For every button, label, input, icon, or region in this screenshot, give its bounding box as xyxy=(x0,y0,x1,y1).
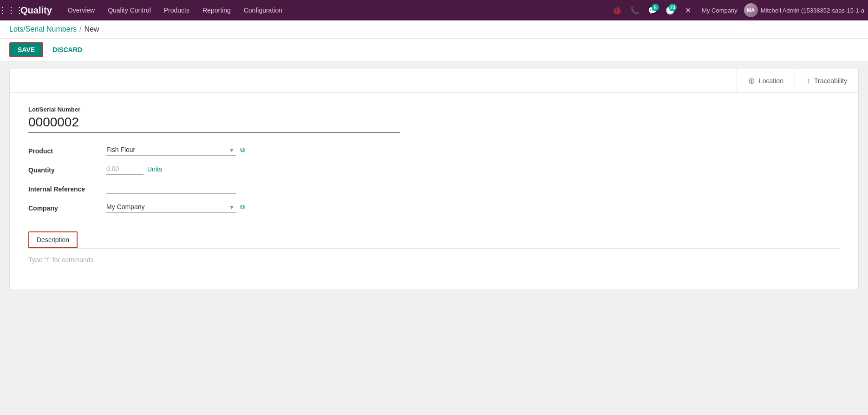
breadcrumb-parent[interactable]: Lots/Serial Numbers xyxy=(9,25,77,33)
app-grid-icon[interactable]: ⋮⋮⋮ xyxy=(4,3,19,18)
company-select-wrap: My Company ▼ xyxy=(106,201,236,213)
messages-badge: 5 xyxy=(652,4,659,11)
debug-icon[interactable]: 🐞 xyxy=(610,3,625,18)
traceability-smart-button[interactable]: ↑ Traceability xyxy=(795,69,858,92)
top-navigation: ⋮⋮⋮ Quality Overview Quality Control Pro… xyxy=(0,0,868,20)
form-toolbar: SAVE DISCARD xyxy=(0,39,868,61)
description-placeholder[interactable]: Type "/" for commands xyxy=(28,249,840,271)
internal-ref-field-value xyxy=(106,182,400,194)
smart-buttons-row: ⊕ Location ↑ Traceability xyxy=(10,69,858,93)
description-tab[interactable]: Description xyxy=(28,231,78,248)
quantity-label: Quantity xyxy=(28,163,103,175)
lot-serial-field-group: Lot/Serial Number 0000002 xyxy=(28,106,840,133)
messages-icon[interactable]: 💬 5 xyxy=(645,3,660,18)
main-content: ⊕ Location ↑ Traceability Lot/Serial Num… xyxy=(0,61,868,411)
lot-serial-label: Lot/Serial Number xyxy=(28,106,840,113)
product-external-link-icon[interactable]: ⧉ xyxy=(240,146,245,154)
menu-products[interactable]: Products xyxy=(157,0,196,20)
form-card: ⊕ Location ↑ Traceability Lot/Serial Num… xyxy=(9,69,859,290)
form-body: Lot/Serial Number 0000002 Product Fish F… xyxy=(10,93,858,231)
quantity-field-value: Units xyxy=(106,163,400,175)
company-field-value: My Company ▼ ⧉ xyxy=(106,201,400,213)
breadcrumb: Lots/Serial Numbers / New xyxy=(0,20,868,39)
company-external-link-icon[interactable]: ⧉ xyxy=(240,203,245,211)
activities-icon[interactable]: 🕐 23 xyxy=(663,3,678,18)
discard-button[interactable]: DISCARD xyxy=(49,43,86,56)
product-label: Product xyxy=(28,144,103,156)
company-select[interactable]: My Company xyxy=(106,201,236,213)
menu-overview[interactable]: Overview xyxy=(61,0,101,20)
traceability-label: Traceability xyxy=(814,77,847,85)
user-name[interactable]: Mitchell Admin (15338352-saas-15-1-a xyxy=(761,7,864,14)
internal-ref-label: Internal Reference xyxy=(28,182,103,194)
location-move-icon: ⊕ xyxy=(748,76,755,86)
lot-serial-value[interactable]: 0000002 xyxy=(28,115,400,133)
quantity-input[interactable] xyxy=(106,163,144,175)
product-select-wrap: Fish Flour ▼ xyxy=(106,144,236,156)
user-avatar[interactable]: MA xyxy=(744,3,758,17)
product-field-value: Fish Flour ▼ ⧉ xyxy=(106,144,400,156)
quantity-unit[interactable]: Units xyxy=(147,165,162,173)
activities-badge: 23 xyxy=(669,4,677,11)
breadcrumb-separator: / xyxy=(79,25,81,33)
menu-reporting[interactable]: Reporting xyxy=(196,0,237,20)
save-button[interactable]: SAVE xyxy=(9,42,43,57)
phone-icon[interactable]: 📞 xyxy=(627,3,642,18)
menu-quality-control[interactable]: Quality Control xyxy=(101,0,157,20)
menu-configuration[interactable]: Configuration xyxy=(237,0,289,20)
topnav-right-section: 🐞 📞 💬 5 🕐 23 ✕ My Company MA Mitchell Ad… xyxy=(610,3,864,18)
breadcrumb-current: New xyxy=(84,25,99,33)
description-tab-section: Description Type "/" for commands xyxy=(10,231,858,290)
top-menu: Overview Quality Control Products Report… xyxy=(61,0,610,20)
internal-ref-input[interactable] xyxy=(106,182,236,194)
product-select[interactable]: Fish Flour xyxy=(106,144,236,156)
company-label: Company xyxy=(28,201,103,213)
location-smart-button[interactable]: ⊕ Location xyxy=(737,69,795,92)
company-selector[interactable]: My Company xyxy=(698,7,741,14)
traceability-arrow-icon: ↑ xyxy=(806,76,810,86)
app-brand: Quality xyxy=(20,5,52,16)
form-fields: Product Fish Flour ▼ ⧉ Quantity Units xyxy=(28,144,400,213)
location-label: Location xyxy=(759,77,783,85)
close-icon[interactable]: ✕ xyxy=(680,3,695,18)
